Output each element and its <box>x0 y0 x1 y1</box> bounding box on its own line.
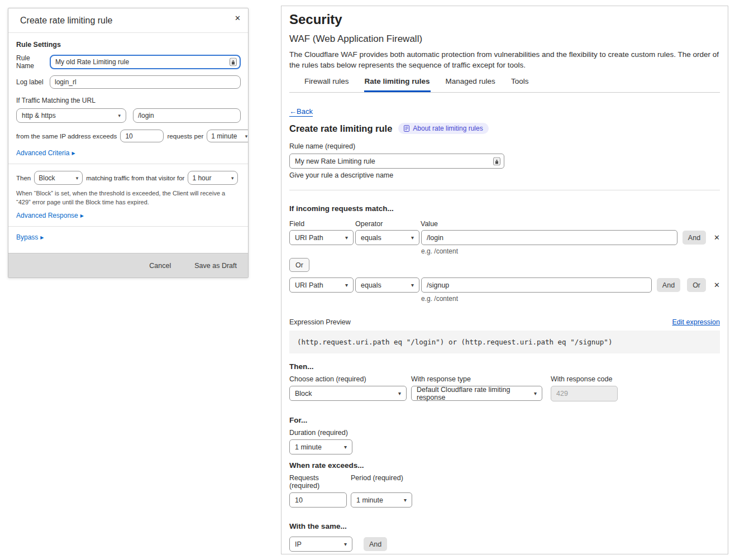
legacy-rate-limit-dialog: Create rate limiting rule ✕ Rule Setting… <box>8 8 249 278</box>
dialog-header: Create rate limiting rule ✕ <box>8 8 248 33</box>
then-middle-text: matching traffic from that visitor for <box>86 175 184 181</box>
choose-action-label: Choose action (required) <box>289 375 411 383</box>
field-column-label: Field <box>289 220 355 228</box>
operator-select[interactable]: equals ▾ <box>355 230 419 245</box>
response-code-input <box>551 386 618 401</box>
chevron-down-icon: ▾ <box>231 175 234 181</box>
chevron-down-icon: ▾ <box>398 390 401 396</box>
remove-condition-icon[interactable]: ✕ <box>714 233 720 242</box>
and-button[interactable]: And <box>682 231 706 245</box>
characteristic-select[interactable]: IP ▾ <box>289 537 352 552</box>
about-rate-limiting-badge[interactable]: About rate limiting rules <box>398 123 488 134</box>
close-icon[interactable]: ✕ <box>235 14 241 22</box>
for-heading: For... <box>289 416 720 424</box>
log-label-input[interactable] <box>50 75 241 89</box>
tab-managed-rules[interactable]: Managed rules <box>445 75 496 92</box>
remove-condition-icon[interactable]: ✕ <box>714 281 720 289</box>
operator-column-label: Operator <box>355 220 421 228</box>
chevron-down-icon: ▾ <box>345 234 348 241</box>
tab-firewall-rules[interactable]: Firewall rules <box>304 75 350 92</box>
match-column-headers: Field Operator Value <box>289 220 720 228</box>
url-input[interactable] <box>133 108 241 123</box>
rule-name-input[interactable] <box>289 154 504 169</box>
block-note-text: When “Block” is set, when the threshold … <box>16 189 237 207</box>
waf-rate-limiting-panel: Security WAF (Web Application Firewall) … <box>281 6 728 554</box>
rule-name-help: Give your rule a descriptive name <box>289 171 720 179</box>
log-label-label: Log label <box>16 78 50 86</box>
traffic-matching-heading: If Traffic Matching the URL <box>16 97 241 104</box>
requests-input[interactable] <box>120 130 164 142</box>
chevron-down-icon: ▾ <box>345 282 348 288</box>
response-type-label: With response type <box>411 375 551 383</box>
screen: Create rate limiting rule ✕ Rule Setting… <box>0 0 735 560</box>
operator-select[interactable]: equals ▾ <box>355 277 419 293</box>
chevron-down-icon: ▾ <box>118 113 121 118</box>
and-characteristic-button[interactable]: And <box>364 537 387 551</box>
field-select[interactable]: URI Path ▾ <box>289 277 354 293</box>
response-type-select[interactable]: Default Cloudflare rate limiting respons… <box>411 386 542 401</box>
edit-expression-link[interactable]: Edit expression <box>672 318 720 326</box>
period-label: Period (required) <box>351 474 403 490</box>
chevron-down-icon: ▾ <box>245 133 248 139</box>
advanced-criteria-link[interactable]: Advanced Criteria ▶ <box>16 149 75 157</box>
action-select[interactable]: Block ▾ <box>34 171 83 185</box>
value-column-label: Value <box>421 220 438 228</box>
dialog-title: Create rate limiting rule <box>20 16 112 25</box>
back-link[interactable]: ←Back <box>289 107 313 117</box>
rule-settings-heading: Rule Settings <box>16 41 241 49</box>
chevron-down-icon: ▾ <box>76 175 79 181</box>
triangle-right-icon: ▶ <box>80 213 84 218</box>
chevron-down-icon: ▾ <box>411 234 414 241</box>
chevron-down-icon: ▾ <box>534 390 537 396</box>
requests-label: Requests (required) <box>289 474 351 490</box>
value-input[interactable] <box>421 230 677 245</box>
cancel-button[interactable]: Cancel <box>149 262 171 270</box>
then-label: Then <box>16 175 31 181</box>
expression-preview-label: Expression Preview <box>289 318 351 326</box>
advanced-response-link[interactable]: Advanced Response ▶ <box>16 212 84 219</box>
rate-labels: Requests (required) Period (required) <box>289 474 720 490</box>
response-code-label: With response code <box>551 375 618 383</box>
match-row: URI Path ▾ equals ▾ And ✕ <box>289 230 720 245</box>
divider <box>289 190 720 190</box>
period-select[interactable]: 1 minute ▾ <box>207 130 248 142</box>
match-heading: If incoming requests match... <box>289 204 720 213</box>
dialog-footer: Cancel Save as Draft <box>8 253 248 277</box>
threshold-prefix-text: from the same IP address exceeds <box>16 132 117 140</box>
period-select[interactable]: 1 minute ▾ <box>351 492 412 508</box>
or-button[interactable]: Or <box>687 278 706 292</box>
value-input[interactable] <box>421 277 652 293</box>
tab-tools[interactable]: Tools <box>510 75 529 92</box>
create-rule-heading: Create rate limiting rule <box>289 123 392 134</box>
chevron-down-icon: ▾ <box>404 497 407 503</box>
chevron-down-icon: ▾ <box>411 282 414 288</box>
scheme-select[interactable]: http & https ▾ <box>16 108 126 123</box>
rule-name-input[interactable] <box>50 55 241 69</box>
dialog-body: Rule Settings Rule Name Log label If Tra… <box>8 33 248 253</box>
or-connector-button[interactable]: Or <box>289 258 309 272</box>
save-as-draft-button[interactable]: Save as Draft <box>194 262 237 270</box>
page-description: The Cloudflare WAF provides both automat… <box>289 49 720 70</box>
action-select[interactable]: Block ▾ <box>289 386 407 401</box>
autofill-icon <box>493 157 500 165</box>
document-icon <box>404 125 409 132</box>
and-button[interactable]: And <box>657 278 680 292</box>
then-heading: Then... <box>289 362 720 371</box>
value-hint: e.g. /content <box>421 247 720 255</box>
duration-label: Duration (required) <box>289 429 720 437</box>
autofill-icon <box>230 58 237 66</box>
duration-select[interactable]: 1 minute ▾ <box>289 439 352 454</box>
same-heading: With the same... <box>289 522 720 530</box>
tab-rate-limiting-rules[interactable]: Rate limiting rules <box>364 75 431 92</box>
requests-input[interactable] <box>289 492 347 508</box>
bypass-link[interactable]: Bypass ▶ <box>16 233 44 241</box>
then-labels: Choose action (required) With response t… <box>289 375 720 383</box>
page-title: Security <box>289 12 720 27</box>
field-select[interactable]: URI Path ▾ <box>289 230 354 245</box>
rate-heading: When rate exceeds... <box>289 461 720 470</box>
ban-duration-select[interactable]: 1 hour ▾ <box>188 171 238 185</box>
rule-name-label: Rule name (required) <box>289 142 720 150</box>
arrow-left-icon: ← <box>289 107 297 116</box>
match-row: URI Path ▾ equals ▾ And Or ✕ <box>289 277 720 293</box>
threshold-middle-text: requests per <box>167 132 203 140</box>
